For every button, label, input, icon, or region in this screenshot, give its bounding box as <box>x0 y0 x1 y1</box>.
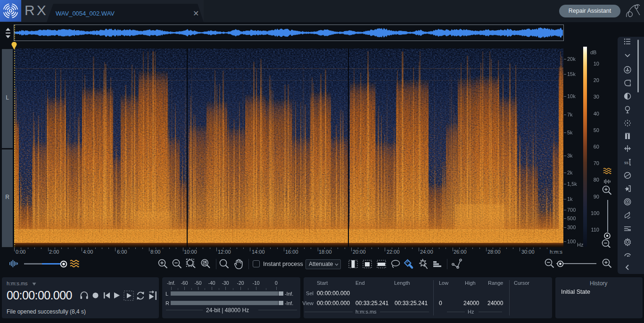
svg-text:ss: ss <box>624 160 629 165</box>
